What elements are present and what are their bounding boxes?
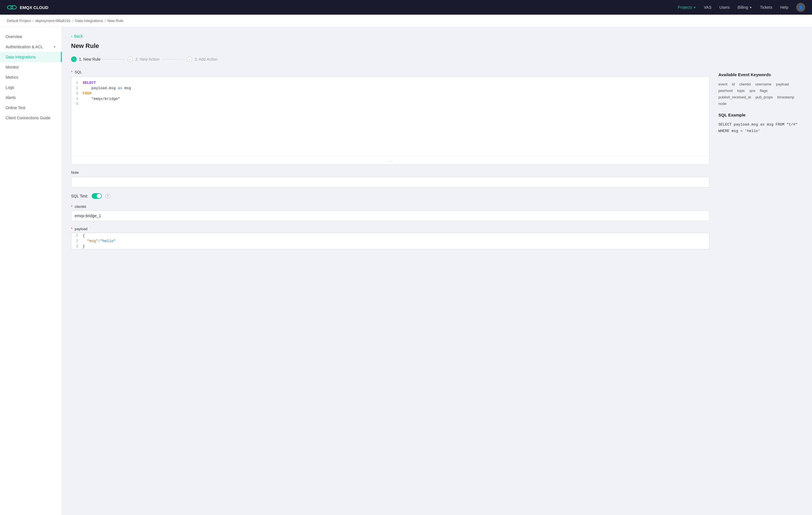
kw-payload: payload <box>776 82 789 86</box>
payload-line-2: 2 "msg":"hello" <box>71 238 709 244</box>
step1-label: 1. New Rule <box>79 57 100 61</box>
kw-event: event <box>718 82 727 86</box>
sql-drag-handle[interactable]: ... <box>71 156 709 165</box>
payload-label: * payload <box>71 227 709 231</box>
logo: EMQX CLOUD <box>7 4 49 10</box>
nav-links: Projects ▼ VAS Users Billing ▼ Tickets H… <box>678 3 805 12</box>
sql-line-2: 2 payload.msg as msg <box>71 85 709 91</box>
nav-billing[interactable]: Billing ▼ <box>737 5 752 9</box>
sql-example-title: SQL Example <box>718 113 803 117</box>
step1-done-icon: ✓ <box>71 56 77 62</box>
sql-line-5: 5 <box>71 102 709 107</box>
sql-test-help-icon[interactable]: ? <box>105 194 110 199</box>
kw-username: username <box>755 82 772 86</box>
step2-pending-icon: ✓ <box>127 56 133 62</box>
breadcrumb-deployment[interactable]: deployment-t98a8191 <box>35 19 71 23</box>
page-title: New Rule <box>71 42 803 50</box>
note-section: Note <box>71 170 709 188</box>
step2-label: 2. New Action <box>135 57 160 61</box>
kw-qos: qos <box>749 89 755 93</box>
nav-vas[interactable]: VAS <box>704 5 712 9</box>
kw-clientid: clientid <box>739 82 751 86</box>
sql-example-line1: SELECT payload.msg as msg FROM "t/#" <box>718 121 803 128</box>
sql-editor[interactable]: 1 SELECT 2 payload.msg as msg 3 FROM <box>71 77 709 165</box>
sql-example-line2: WHERE msg = 'hello' <box>718 128 803 134</box>
keywords-grid: event id clientid username payload peerh… <box>718 82 803 106</box>
billing-arrow-icon: ▼ <box>749 6 752 9</box>
nav-users[interactable]: Users <box>720 5 730 9</box>
sidebar-item-overview[interactable]: Overview <box>0 32 62 42</box>
kw-peerhost: peerhost <box>718 89 733 93</box>
nav-projects[interactable]: Projects ▼ <box>678 5 696 9</box>
sql-line-4: 4 "emqx/bridge" <box>71 96 709 102</box>
kw-id: id <box>732 82 735 86</box>
sql-section-label: * SQL <box>71 70 709 74</box>
page-content: ‹ Back New Rule ✓ 1. New Rule ✓ 2. New A… <box>62 27 812 515</box>
note-label: Note <box>71 170 709 175</box>
back-link[interactable]: ‹ Back <box>71 34 803 38</box>
step-1: ✓ 1. New Rule <box>71 56 100 62</box>
breadcrumb: Default Project / deployment-t98a8191 / … <box>0 15 812 27</box>
kw-topic: topic <box>737 89 745 93</box>
sql-line-3: 3 FROM <box>71 91 709 96</box>
breadcrumb-new-rule: New Rule <box>108 19 123 23</box>
step-2: ✓ 2. New Action <box>127 56 160 62</box>
payload-editor[interactable]: 1 { 2 "msg":"hello" 3 } <box>71 233 709 249</box>
sidebar: Overview Authentication & ACL ▼ Data Int… <box>0 27 62 515</box>
step-3: ✓ 3. Add Action <box>187 56 218 62</box>
main-layout: Overview Authentication & ACL ▼ Data Int… <box>0 27 812 515</box>
sidebar-item-data-integrations[interactable]: Data Integrations <box>0 52 62 62</box>
sql-test-row: SQL Test: ? <box>71 193 709 199</box>
payload-section: * payload 1 { 2 "msg":"hello" <box>71 227 709 249</box>
step3-label: 3. Add Action <box>195 57 218 61</box>
clientid-input[interactable] <box>71 210 709 221</box>
nav-help[interactable]: Help <box>780 5 788 9</box>
sql-line-1: 1 SELECT <box>71 80 709 85</box>
side-col: Available Event Keywords event id client… <box>718 70 803 249</box>
nav-tickets[interactable]: Tickets <box>760 5 772 9</box>
breadcrumb-data-integrations[interactable]: Data Integrations <box>75 19 103 23</box>
top-nav: EMQX CLOUD Projects ▼ VAS Users Billing … <box>0 0 812 15</box>
keywords-title: Available Event Keywords <box>718 72 803 77</box>
two-col-layout: * SQL 1 SELECT 2 payload.msg as msg <box>71 70 803 249</box>
sidebar-item-online-test[interactable]: Online Test <box>0 103 62 113</box>
kw-timestamp: timestamp <box>777 95 794 99</box>
sidebar-item-logs[interactable]: Logs <box>0 82 62 92</box>
breadcrumb-default-project[interactable]: Default Project <box>7 19 31 23</box>
clientid-section: * clientid <box>71 204 709 221</box>
main-col: * SQL 1 SELECT 2 payload.msg as msg <box>71 70 709 249</box>
sidebar-item-auth-acl[interactable]: Authentication & ACL ▼ <box>0 42 62 52</box>
steps-bar: ✓ 1. New Rule ✓ 2. New Action ✓ 3. Add A… <box>71 56 803 62</box>
logo-text: EMQX CLOUD <box>20 5 49 10</box>
clientid-label: * clientid <box>71 204 709 209</box>
projects-arrow-icon: ▼ <box>693 6 696 9</box>
kw-publish-received-at: publish_received_at <box>718 95 751 99</box>
auth-acl-arrow-icon: ▼ <box>53 45 56 49</box>
step3-pending-icon: ✓ <box>187 56 192 62</box>
sql-test-toggle[interactable] <box>92 193 102 199</box>
kw-pub-props: pub_props <box>756 95 773 99</box>
avatar[interactable]: 👤 <box>796 3 805 12</box>
sql-code-body[interactable]: 1 SELECT 2 payload.msg as msg 3 FROM <box>71 77 709 156</box>
svg-point-1 <box>11 6 16 9</box>
back-chevron-icon: ‹ <box>71 34 72 38</box>
kw-flags: flags <box>760 89 767 93</box>
kw-node: node <box>718 102 727 106</box>
sidebar-item-metrics[interactable]: Metrics <box>0 72 62 82</box>
sql-example-code: SELECT payload.msg as msg FROM "t/#" WHE… <box>718 121 803 135</box>
keywords-panel: Available Event Keywords event id client… <box>718 72 803 135</box>
sidebar-item-monitor[interactable]: Monitor <box>0 62 62 72</box>
sidebar-item-client-guide[interactable]: Client Connections Guide <box>0 113 62 123</box>
sidebar-item-alerts[interactable]: Alerts <box>0 92 62 103</box>
toggle-knob <box>97 194 101 198</box>
payload-line-1: 1 { <box>71 233 709 238</box>
payload-line-3: 3 } <box>71 244 709 249</box>
note-input[interactable] <box>71 177 709 188</box>
sql-test-label: SQL Test: <box>71 194 88 198</box>
